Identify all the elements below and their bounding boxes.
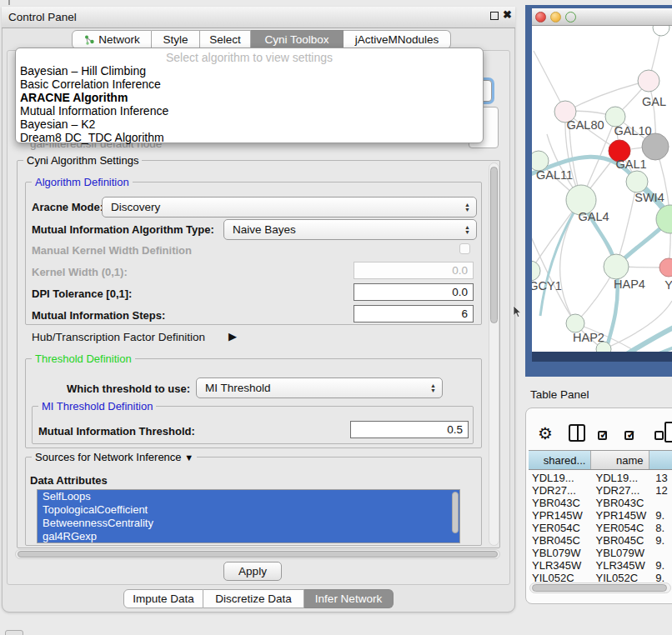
node-gal[interactable] <box>638 70 659 92</box>
mi-threshold-field[interactable] <box>350 421 469 438</box>
gear-icon[interactable]: ⚙ <box>538 423 553 443</box>
mi-type-combo[interactable]: Naive Bayes ▲▼ <box>223 219 477 240</box>
table-hscrollbar[interactable] <box>529 582 671 593</box>
tab-cyni-toolbox[interactable]: Cyni Toolbox <box>251 30 344 49</box>
node-label: GAL11 <box>536 168 573 182</box>
tab-network[interactable]: Network <box>72 30 152 49</box>
mac-zoom-icon[interactable] <box>565 12 576 22</box>
column-header-clipped[interactable] <box>649 451 672 469</box>
select-all-checkbox-icon[interactable] <box>598 431 607 440</box>
tab-infer-network[interactable]: Infer Network <box>304 589 394 608</box>
table-cell: YPR145W <box>529 509 593 522</box>
node-label: HAP4 <box>614 278 645 291</box>
table-row[interactable]: YDR27...YDR27...12 <box>529 484 672 497</box>
table-cell: 9. <box>654 572 672 583</box>
table-panel-title: Table Panel <box>530 388 589 401</box>
table-cell: YBL079W <box>529 547 593 559</box>
hub-section-label: Hub/Transcription Factor Definition <box>32 331 205 343</box>
scrollbar-thumb[interactable] <box>18 551 498 558</box>
network-canvas[interactable]: GAL GAL80 GAL10 GAL1 GAL11 SWI4 GAL4 HAP… <box>532 26 672 352</box>
table-cell: 9. <box>654 559 672 572</box>
algorithm-option[interactable]: Bayesian – K2 <box>16 118 483 131</box>
mouse-cursor <box>513 306 523 318</box>
combo-value: Discovery <box>103 201 160 213</box>
table-row[interactable]: YIL052CYIL052C9. <box>529 572 672 583</box>
node-label: GAL1 <box>615 158 646 171</box>
node-label: HAP2 <box>573 331 604 344</box>
node-label: Y <box>664 278 672 292</box>
mac-minimize-icon[interactable] <box>550 12 561 22</box>
which-threshold-label: Which threshold to use: <box>67 382 190 395</box>
list-item[interactable]: gal4RGexp <box>38 530 459 543</box>
node-labels: GAL GAL80 GAL10 GAL1 GAL11 SWI4 GAL4 HAP… <box>532 95 672 344</box>
tab-jactivemnodules[interactable]: jActiveMNodules <box>344 30 451 49</box>
close-icon[interactable]: ✖ <box>503 8 512 21</box>
list-item[interactable]: BetweennessCentrality <box>38 517 459 530</box>
table-cell: YBR043C <box>529 497 593 509</box>
manual-kernel-checkbox[interactable] <box>459 243 470 254</box>
node-gcy1[interactable] <box>532 261 540 281</box>
list-item[interactable]: SelfLoops <box>38 490 459 503</box>
node-swi4[interactable] <box>626 171 648 192</box>
algorithm-option-selected[interactable]: ARACNE Algorithm <box>16 91 483 104</box>
function-builder-icon[interactable] <box>664 422 672 442</box>
aracne-mode-combo[interactable]: Discovery ▲▼ <box>102 197 477 218</box>
node-salmon[interactable] <box>659 258 672 277</box>
table-cell: YBR045C <box>593 534 654 547</box>
dpi-tolerance-field[interactable] <box>354 283 474 301</box>
tab-label: Infer Network <box>315 592 382 605</box>
tab-style[interactable]: Style <box>152 30 200 49</box>
table-row[interactable]: YBL079WYBL079W <box>529 547 672 559</box>
scrollbar-thumb[interactable] <box>532 584 667 592</box>
collapse-down-icon[interactable]: ▼ <box>184 452 193 462</box>
list-item[interactable]: TopologicalCoefficient <box>38 503 459 517</box>
mi-steps-field[interactable] <box>354 305 474 322</box>
node[interactable] <box>653 26 669 36</box>
clipped-button[interactable] <box>5 630 23 635</box>
mac-close-icon[interactable] <box>535 12 546 22</box>
table-row[interactable]: YER054CYER054C8. <box>529 522 672 534</box>
table-cell: YBL079W <box>593 547 654 559</box>
table-row[interactable]: YBR045CYBR045C9. <box>529 534 672 547</box>
settings-hscrollbar[interactable] <box>15 549 500 559</box>
column-header-name[interactable]: name <box>591 451 649 469</box>
tab-impute-data[interactable]: Impute Data <box>123 589 203 608</box>
node-label: SWI4 <box>634 191 664 204</box>
settings-scrollbar[interactable] <box>489 162 499 546</box>
columns-icon[interactable] <box>569 424 585 442</box>
tab-label: Impute Data <box>133 592 194 605</box>
scrollbar-thumb[interactable] <box>490 167 498 323</box>
algorithm-option[interactable]: Bayesian – Hill Climbing <box>16 64 483 78</box>
list-scrollbar-thumb[interactable] <box>452 492 459 533</box>
algorithm-dropdown-popup: Select algorithm to view settings Bayesi… <box>15 48 484 143</box>
kernel-width-field[interactable] <box>354 262 474 279</box>
aracne-mode-label: Aracne Mode: <box>32 201 103 213</box>
select-all-checkbox-icon[interactable] <box>624 431 634 440</box>
table-row[interactable]: YLR345WYLR345W9. <box>529 559 672 572</box>
table-cell: YDL19... <box>529 472 593 484</box>
tab-select[interactable]: Select <box>200 30 251 49</box>
node-hap2[interactable] <box>566 314 584 332</box>
table-row[interactable]: YBR043CYBR043C <box>529 497 672 509</box>
dpi-tolerance-label: DPI Tolerance [0,1]: <box>32 288 132 300</box>
algorithm-option[interactable]: Dream8 DC_TDC Algorithm <box>16 131 483 144</box>
algorithm-option[interactable]: Basic Correlation Inference <box>16 78 483 91</box>
deselect-all-checkbox-icon[interactable] <box>654 431 664 440</box>
table-cell: 8. <box>654 522 672 534</box>
table-cell: YBR045C <box>529 534 593 547</box>
tab-discretize-data[interactable]: Discretize Data <box>203 589 304 608</box>
combo-arrows-icon: ▲▼ <box>430 383 436 393</box>
table-body: YDL19...YDL19...13 YDR27...YDR27...12 YB… <box>529 472 672 583</box>
table-row[interactable]: YDL19...YDL19...13 <box>529 472 672 484</box>
table-cell: 12 <box>654 484 672 497</box>
table-row[interactable]: YPR145WYPR145W9. <box>529 509 672 522</box>
column-header-shared-name[interactable]: shared... <box>529 451 591 469</box>
node-hap4[interactable] <box>604 254 629 279</box>
expand-right-icon[interactable]: ▶ <box>228 330 237 342</box>
table-cell: YPR145W <box>593 509 654 522</box>
apply-button[interactable]: Apply <box>223 562 282 581</box>
float-window-icon[interactable] <box>490 12 499 20</box>
table-cell: YIL052C <box>529 572 593 583</box>
algorithm-option[interactable]: Mutual Information Inference <box>16 104 483 118</box>
which-threshold-combo[interactable]: MI Threshold ▲▼ <box>196 378 443 398</box>
